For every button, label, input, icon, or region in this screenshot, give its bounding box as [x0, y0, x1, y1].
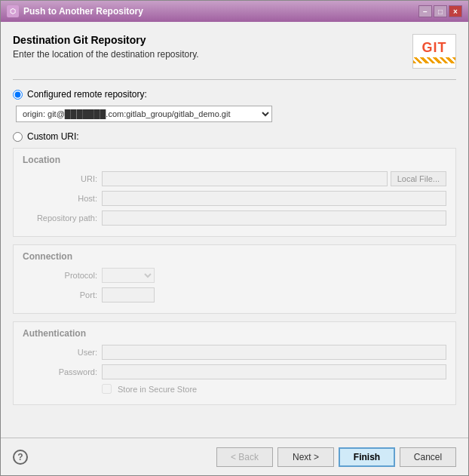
git-logo: GIT	[412, 34, 456, 69]
connection-section: Connection Protocol: Port:	[13, 244, 456, 314]
header-separator	[13, 79, 456, 80]
protocol-row: Protocol:	[23, 268, 446, 283]
protocol-label: Protocol:	[23, 271, 102, 280]
port-label: Port:	[23, 290, 102, 299]
store-checkbox	[102, 384, 112, 394]
window-controls: − □ ×	[418, 5, 462, 17]
location-section: Location URI: Local File... Host: Reposi…	[13, 148, 456, 237]
git-logo-decoration	[413, 57, 455, 63]
window-icon: ⬡	[7, 5, 19, 17]
page-title: Destination Git Repository	[13, 34, 412, 46]
custom-uri-label[interactable]: Custom URI:	[27, 131, 79, 142]
repo-path-input	[102, 210, 446, 226]
uri-input	[102, 171, 388, 186]
local-file-button: Local File...	[391, 171, 446, 186]
host-row: Host:	[23, 191, 446, 206]
authentication-title: Authentication	[23, 328, 446, 339]
connection-title: Connection	[23, 251, 446, 262]
maximize-button[interactable]: □	[434, 5, 447, 17]
user-input	[102, 345, 446, 360]
next-button[interactable]: Next >	[277, 447, 334, 467]
help-button[interactable]: ?	[13, 450, 28, 465]
configured-remote-row: Configured remote repository:	[13, 89, 456, 100]
port-row: Port:	[23, 287, 446, 302]
close-button[interactable]: ×	[449, 5, 462, 17]
minimize-button[interactable]: −	[418, 5, 432, 17]
configured-remote-label[interactable]: Configured remote repository:	[27, 89, 147, 100]
dialog-footer: ? < Back Next > Finish Cancel	[1, 438, 468, 475]
authentication-section: Authentication User: Password: Store in …	[13, 321, 456, 405]
custom-uri-radio[interactable]	[13, 132, 23, 142]
repo-dropdown-row: origin: git@███████.com:gitlab_group/git…	[16, 106, 456, 122]
cancel-button[interactable]: Cancel	[400, 447, 456, 467]
repo-select[interactable]: origin: git@███████.com:gitlab_group/git…	[16, 106, 272, 122]
footer-buttons: < Back Next > Finish Cancel	[216, 447, 456, 467]
location-title: Location	[23, 155, 446, 165]
repo-path-label: Repository path:	[23, 213, 102, 223]
uri-row: URI: Local File...	[23, 171, 446, 186]
store-row: Store in Secure Store	[23, 384, 446, 394]
window-title: Push to Another Repository	[23, 6, 418, 17]
host-label: Host:	[23, 194, 102, 203]
dialog-content: Destination Git Repository Enter the loc…	[1, 22, 468, 438]
main-window: ⬡ Push to Another Repository − □ × Desti…	[0, 0, 469, 476]
configured-remote-radio[interactable]	[13, 90, 23, 100]
user-row: User:	[23, 345, 446, 360]
custom-uri-section: Location URI: Local File... Host: Reposi…	[13, 148, 456, 413]
host-input	[102, 191, 446, 206]
finish-button[interactable]: Finish	[339, 447, 395, 467]
user-label: User:	[23, 348, 102, 357]
back-button[interactable]: < Back	[216, 447, 273, 467]
repo-path-row: Repository path:	[23, 210, 446, 226]
password-label: Password:	[23, 367, 102, 376]
password-row: Password:	[23, 364, 446, 379]
password-input	[102, 364, 446, 379]
custom-uri-radio-row: Custom URI:	[13, 131, 456, 142]
header-text: Destination Git Repository Enter the loc…	[13, 34, 412, 60]
store-label: Store in Secure Store	[118, 385, 197, 394]
port-input	[102, 287, 155, 302]
header-section: Destination Git Repository Enter the loc…	[13, 34, 456, 69]
protocol-select	[102, 268, 155, 283]
title-bar: ⬡ Push to Another Repository − □ ×	[1, 1, 468, 22]
uri-label: URI:	[23, 174, 102, 183]
page-subtitle: Enter the location of the destination re…	[13, 49, 412, 60]
